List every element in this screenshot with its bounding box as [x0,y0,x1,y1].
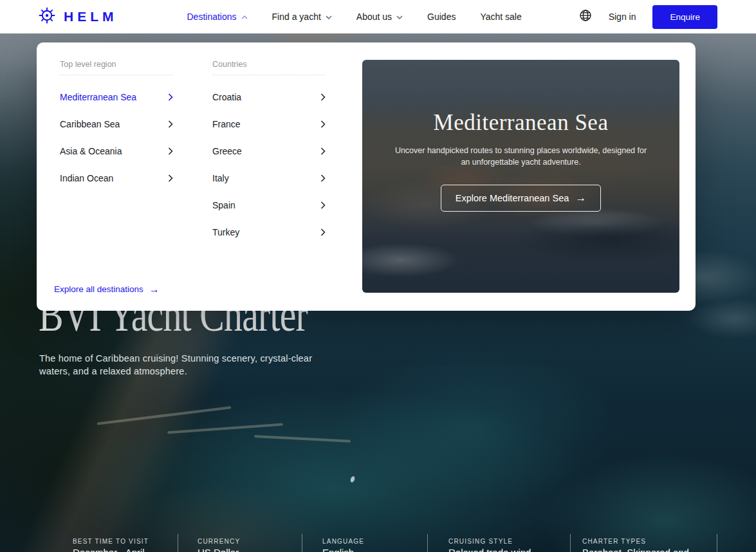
fact-label: LANGUAGE [322,538,427,545]
chevron-right-icon [168,147,173,155]
nav-item-label: About us [356,12,392,22]
chevron-right-icon [320,93,326,101]
nav-item-label: Guides [427,12,456,22]
menu-item-caribbean-sea[interactable]: Caribbean Sea [60,119,173,129]
enquire-button[interactable]: Enquire [652,5,717,29]
chevron-right-icon [168,174,173,182]
nav-item-yacht-sale[interactable]: Yacht sale [480,12,521,22]
featured-region-card: Mediterranean Sea Uncover handpicked rou… [362,60,679,293]
pier-shape [97,406,232,425]
menu-item-label: Spain [212,200,235,210]
explore-mediterranean-button[interactable]: Explore Mediterranean Sea → [441,185,602,212]
top-level-region-column: Top level region Mediterranean Sea Carib… [60,60,173,183]
pier-shape [254,435,351,443]
menu-item-label: Croatia [212,92,241,102]
explore-mediterranean-label: Explore Mediterranean Sea [456,193,569,203]
menu-item-label: Greece [212,146,242,156]
menu-item-label: Caribbean Sea [60,119,120,129]
page-description: The home of Caribbean cruising! Stunning… [39,352,316,378]
menu-item-label: Mediterranean Sea [60,92,136,102]
chevron-up-icon [241,15,248,19]
chevron-right-icon [320,174,326,182]
fact-value: US Dollar [198,547,302,552]
chevron-right-icon [320,228,326,236]
destination-facts-bar: BEST TIME TO VISIT December - April CURR… [73,534,717,552]
chevron-down-icon [326,15,332,19]
pier-shape [167,423,283,434]
nav-item-about-us[interactable]: About us [356,12,403,22]
chevron-down-icon [396,15,403,19]
chevron-right-icon [320,201,326,209]
menu-item-greece[interactable]: Greece [212,146,326,156]
nav-item-find-a-yacht[interactable]: Find a yacht [272,12,332,22]
menu-item-indian-ocean[interactable]: Indian Ocean [60,173,173,183]
fact-language: LANGUAGE English [302,534,428,552]
menu-item-france[interactable]: France [212,119,326,129]
primary-nav: Destinations Find a yacht About us Guide… [187,12,522,22]
page: BVI Yacht Charter The home of Caribbean … [0,0,756,552]
featured-region-subtitle: Uncover handpicked routes to stunning pl… [395,145,647,168]
fact-value: English [322,547,427,552]
nav-item-destinations[interactable]: Destinations [187,12,248,22]
chevron-right-icon [168,93,173,101]
chevron-right-icon [320,147,326,155]
arrow-right-icon: → [149,285,160,293]
menu-item-turkey[interactable]: Turkey [212,227,326,237]
fact-label: CURRENCY [198,538,302,545]
nav-item-label: Yacht sale [480,12,521,22]
nav-right-group: Sign in Enquire [579,5,717,29]
featured-region-title: Mediterranean Sea [434,110,609,136]
sign-in-link[interactable]: Sign in [609,12,636,22]
explore-all-label: Explore all destinations [54,284,143,294]
fact-label: CRUISING STYLE [448,538,570,545]
menu-item-asia-oceania[interactable]: Asia & Oceania [60,146,173,156]
nav-item-label: Destinations [187,12,237,22]
menu-item-spain[interactable]: Spain [212,200,326,210]
arrow-right-icon: → [575,194,586,203]
fact-label: CHARTER TYPES [582,538,717,545]
fact-value: Relaxed trade wind [448,547,570,552]
nav-item-label: Find a yacht [272,12,321,22]
menu-item-label: Turkey [212,227,239,237]
fact-value: Bareboat, Skippered and [582,547,717,552]
globe-icon[interactable] [579,9,592,24]
chevron-right-icon [320,120,326,128]
fact-currency: CURRENCY US Dollar [178,534,302,552]
explore-all-destinations-link[interactable]: Explore all destinations → [54,284,160,294]
top-navbar: HELM Destinations Find a yacht About us [0,0,756,33]
menu-item-italy[interactable]: Italy [212,173,326,183]
nav-item-guides[interactable]: Guides [427,12,456,22]
menu-item-mediterranean-sea[interactable]: Mediterranean Sea [60,92,173,102]
countries-column: Countries Croatia France Greece [212,60,326,237]
menu-item-label: France [212,119,241,129]
fact-best-time: BEST TIME TO VISIT December - April [73,534,178,552]
fact-label: BEST TIME TO VISIT [73,538,178,545]
chevron-right-icon [168,120,173,128]
menu-item-label: Italy [212,173,229,183]
destinations-mega-menu: Top level region Mediterranean Sea Carib… [37,42,696,311]
fact-cruising-style: CRUISING STYLE Relaxed trade wind [428,534,571,552]
helm-wheel-icon [39,7,55,26]
fact-charter-types: CHARTER TYPES Bareboat, Skippered and [571,534,717,552]
column-header: Top level region [60,60,173,75]
boat-shape [349,475,355,483]
fact-value: December - April [73,547,178,552]
menu-item-label: Indian Ocean [60,173,113,183]
menu-item-croatia[interactable]: Croatia [212,92,326,102]
menu-item-label: Asia & Oceania [60,146,122,156]
column-header: Countries [212,60,326,75]
brand-name: HELM [64,9,118,24]
brand-logo[interactable]: HELM [39,7,118,26]
